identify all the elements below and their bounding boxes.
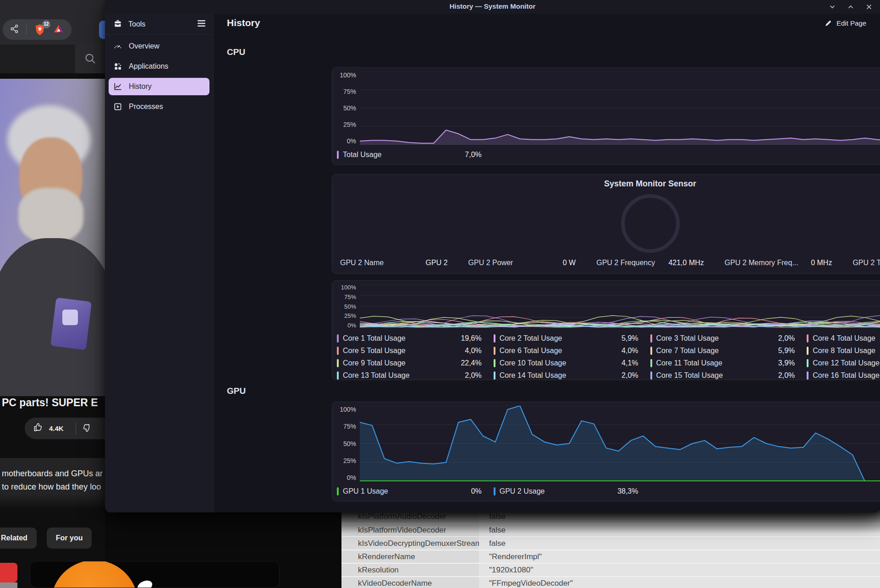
grid-icon (113, 62, 122, 71)
legend-item: Total Usage 7,0% (337, 148, 494, 161)
sidebar-item-history[interactable]: History (109, 78, 209, 95)
share-icon[interactable] (10, 24, 20, 36)
stat-value: GPU 2 (426, 259, 448, 267)
legend-label: Core 7 Total Usage (656, 347, 719, 355)
browser-avatar-partial[interactable] (99, 21, 105, 39)
presenter-beard (18, 188, 83, 243)
tick-label: 0% (347, 322, 356, 328)
chip-label: For you (56, 534, 83, 542)
pencil-icon (825, 19, 832, 27)
legend-value: 4,0% (622, 347, 638, 355)
filter-chip[interactable]: Related (0, 528, 37, 549)
sidebar-item-applications[interactable]: Applications (109, 58, 209, 75)
legend-value: 5,9% (778, 347, 795, 355)
sensor-stat: GPU 2 Power 0 W (468, 259, 576, 267)
edit-page-button[interactable]: Edit Page (825, 19, 866, 27)
brave-shield-icon[interactable]: 12 (33, 23, 46, 36)
property-name: kRendererName (341, 550, 479, 563)
legend-marker (494, 359, 495, 367)
window-controls (829, 0, 873, 14)
legend-value: 4,1% (622, 359, 638, 367)
menu-icon[interactable] (197, 20, 206, 29)
property-value: false (479, 537, 880, 550)
play-square-icon (113, 102, 122, 111)
cores-usage-chart (360, 284, 880, 328)
search-button[interactable] (75, 44, 105, 73)
tick-label: 75% (343, 88, 356, 95)
media-properties-table: kIsPlatformAudioDecoder false kIsPlatfor… (341, 510, 880, 588)
property-value: "1920x1080" (479, 564, 880, 576)
thumb-down-icon[interactable] (82, 422, 92, 435)
legend-label: Core 15 Total Usage (656, 371, 723, 380)
description-line: motherboards and GPUs ar (2, 467, 105, 480)
legend-marker (337, 334, 339, 343)
sensor-stat: GPU 2 Name GPU 2 (340, 259, 448, 267)
stat-label: GPU 2 Temperature (852, 259, 880, 267)
window-titlebar[interactable]: History — System Monitor (105, 0, 880, 14)
browser-window: 12 PC parts! SUPER E (0, 0, 105, 588)
ball-highlight (136, 578, 154, 588)
video-player[interactable] (0, 79, 105, 396)
legend-label: GPU 1 Usage (343, 487, 388, 495)
filter-chip[interactable]: For you (47, 528, 92, 549)
sidebar-item-label: Overview (129, 42, 160, 50)
close-icon[interactable] (865, 3, 873, 11)
cpu-usage-chart (360, 71, 880, 145)
stat-value: 0 MHz (811, 259, 832, 267)
legend-item: Core 2 Total Usage 5,9% (494, 332, 650, 344)
legend-label: Core 1 Total Usage (343, 334, 406, 343)
legend-item: Core 13 Total Usage 2,0% (337, 369, 494, 381)
tick-label: 25% (344, 313, 356, 319)
toolbox-icon (113, 19, 122, 30)
orange-ball-graphic (51, 561, 138, 588)
minimize-icon[interactable] (829, 3, 836, 11)
legend-marker (337, 487, 339, 495)
gpu-section-label: GPU (227, 386, 246, 396)
maximize-icon[interactable] (847, 3, 854, 11)
legend-item: GPU 1 Usage 0% (337, 485, 494, 497)
video-title: PC parts! SUPER E (2, 397, 107, 415)
edit-page-label: Edit Page (836, 19, 866, 27)
sensor-title: System Monitor Sensor (337, 179, 880, 189)
sensor-stat: GPU 2 Memory Freq... 0 MHz (725, 259, 832, 267)
legend-value: 4,0% (465, 347, 481, 355)
sidebar-item-overview[interactable]: Overview (109, 38, 209, 55)
table-row: kRendererName "RendererImpl" (341, 550, 880, 563)
sidebar-item-label: Applications (129, 62, 168, 71)
video-description[interactable]: motherboards and GPUs ar to reduce how b… (0, 458, 105, 509)
legend-marker (494, 334, 495, 343)
property-name: kVideoDecoderName (341, 577, 479, 588)
bat-triangle-icon[interactable] (53, 23, 65, 37)
tick-label: 100% (341, 284, 356, 290)
legend-item: Core 10 Total Usage 4,1% (494, 357, 650, 369)
legend-item: Core 5 Total Usage 4,0% (337, 344, 494, 357)
tick-label: 50% (343, 104, 356, 112)
page-header: History Edit Page (227, 17, 866, 36)
legend-label: Core 5 Total Usage (343, 347, 406, 355)
legend-marker (650, 334, 652, 343)
search-icon (83, 52, 97, 65)
like-dislike-pill: 4.4K (25, 418, 116, 439)
sidebar-item-processes[interactable]: Processes (109, 98, 209, 115)
legend-label: Core 13 Total Usage (343, 371, 410, 380)
legend-item: Core 15 Total Usage 2,0% (650, 369, 807, 381)
tick-label: 100% (340, 406, 356, 413)
legend-item: Core 7 Total Usage 5,9% (650, 344, 807, 357)
legend-label: Core 14 Total Usage (500, 371, 566, 380)
tick-label: 0% (347, 137, 356, 145)
stat-value: 421,0 MHz (668, 259, 704, 267)
pill-divider (76, 423, 76, 435)
legend-value: 0% (471, 487, 482, 495)
video-thumbnail[interactable] (30, 561, 280, 588)
video-graphic-highlight (62, 310, 78, 325)
table-row: kIsPlatformVideoDecoder false (341, 523, 880, 536)
search-input[interactable] (0, 44, 75, 73)
thumb-up-icon[interactable] (33, 422, 44, 435)
property-name: kIsPlatformVideoDecoder (341, 524, 479, 536)
property-value: false (479, 524, 880, 536)
legend-value: 19,6% (461, 334, 481, 343)
legend-value: 38,3% (617, 487, 638, 495)
system-monitor-window: History — System Monitor (105, 0, 880, 512)
thumbnail-partial-left[interactable] (0, 563, 17, 583)
browser-extension-pill: 12 (3, 19, 72, 40)
